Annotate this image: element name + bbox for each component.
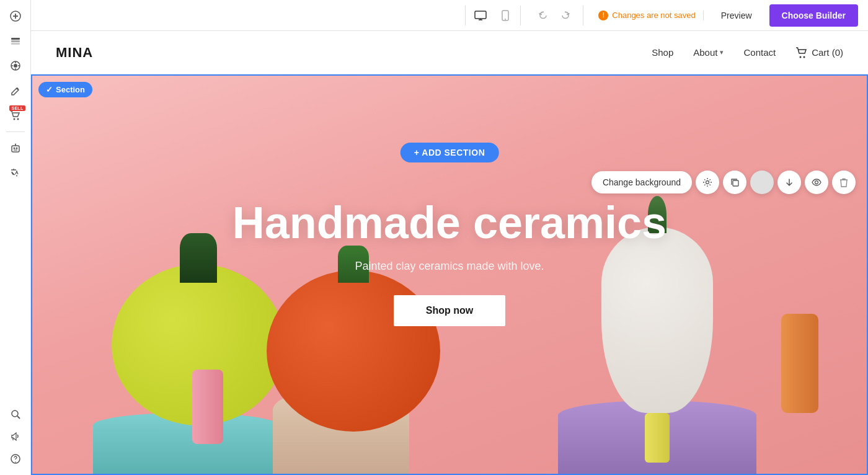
section-label: Section: [56, 85, 85, 94]
cart-nav-item[interactable]: Cart (0): [795, 47, 843, 58]
hero-title: Handmade ceramics: [232, 198, 666, 247]
nav-shop[interactable]: Shop: [652, 47, 673, 58]
hero-content: Handmade ceramics Painted clay ceramics …: [31, 74, 868, 475]
robot-icon[interactable]: [4, 137, 27, 159]
visibility-icon: [812, 179, 822, 186]
check-icon: ✓: [46, 85, 53, 94]
section-indicator-badge[interactable]: ✓ Section: [38, 82, 92, 97]
add-section-button[interactable]: + ADD SECTION: [401, 143, 499, 162]
section-toolbar: Change background: [591, 171, 856, 194]
delete-icon: [839, 178, 848, 187]
svg-rect-3: [11, 38, 20, 40]
add-section-label: + ADD SECTION: [414, 148, 485, 158]
sidebar-divider: [6, 131, 25, 132]
hero-cta-button[interactable]: Shop now: [394, 295, 505, 326]
site-nav: Shop About ▾ Contact Cart (0): [652, 47, 843, 58]
choose-builder-button[interactable]: Choose Builder: [769, 4, 858, 27]
site-navbar: MINA Shop About ▾ Contact: [31, 31, 868, 74]
sidebar-bottom-group: [4, 403, 27, 470]
svg-rect-25: [475, 11, 486, 19]
duplicate-icon: [730, 178, 740, 187]
cart-icon: [795, 47, 808, 58]
duplicate-action-button[interactable]: [723, 171, 746, 194]
help-icon[interactable]: [4, 448, 27, 470]
svg-point-24: [15, 461, 16, 463]
color-action-button[interactable]: [750, 171, 774, 194]
svg-point-13: [17, 118, 19, 120]
settings-action-button[interactable]: [696, 171, 719, 194]
main-area: ! Changes are not saved Preview Choose B…: [31, 0, 868, 475]
theme-icon[interactable]: [4, 55, 27, 77]
svg-point-30: [800, 56, 802, 58]
unsaved-warning: ! Changes are not saved: [591, 11, 703, 20]
mobile-icon[interactable]: [495, 6, 515, 25]
delete-action-button[interactable]: [832, 171, 856, 194]
undo-redo-group: [533, 6, 583, 25]
visibility-action-button[interactable]: [805, 171, 828, 194]
svg-point-20: [12, 411, 18, 417]
edit-icon[interactable]: [4, 79, 27, 102]
translate-icon[interactable]: [4, 162, 27, 184]
svg-point-34: [815, 181, 818, 184]
svg-point-29: [505, 19, 506, 20]
add-icon[interactable]: [4, 5, 27, 27]
cart-label: Cart (0): [812, 47, 843, 58]
sell-icon[interactable]: SELL: [4, 104, 27, 127]
settings-icon: [702, 177, 712, 187]
svg-rect-33: [733, 180, 738, 186]
hero-section-wrapper: ✓ Section + ADD SECTION Change backgroun…: [31, 74, 868, 475]
change-background-button[interactable]: Change background: [591, 171, 692, 193]
sell-badge-label: SELL: [9, 105, 25, 111]
svg-point-15: [13, 148, 15, 149]
svg-point-12: [13, 118, 15, 120]
editor-area: MINA Shop About ▾ Contact: [31, 31, 868, 475]
svg-rect-4: [11, 40, 20, 42]
svg-point-31: [804, 56, 805, 58]
desktop-icon[interactable]: [471, 6, 490, 25]
hero-section: Handmade ceramics Painted clay ceramics …: [31, 74, 868, 475]
redo-button[interactable]: [556, 6, 575, 25]
move-down-action-button[interactable]: [777, 171, 801, 194]
unsaved-text: Changes are not saved: [612, 11, 695, 20]
layers-icon[interactable]: [4, 30, 27, 52]
warning-icon: !: [598, 11, 608, 20]
nav-contact[interactable]: Contact: [743, 47, 776, 58]
search-icon[interactable]: [4, 403, 27, 425]
left-sidebar: SELL: [0, 0, 31, 475]
svg-rect-14: [12, 146, 19, 152]
undo-button[interactable]: [533, 6, 553, 25]
nav-about[interactable]: About ▾: [693, 47, 724, 58]
svg-point-19: [15, 144, 16, 145]
move-down-icon: [785, 178, 794, 187]
site-logo: MINA: [56, 45, 652, 61]
svg-point-32: [706, 181, 709, 184]
svg-point-16: [16, 148, 17, 149]
top-toolbar: ! Changes are not saved Preview Choose B…: [31, 0, 868, 31]
svg-line-21: [17, 416, 20, 419]
svg-rect-5: [11, 43, 20, 45]
hero-subtitle: Painted clay ceramics made with love.: [355, 260, 544, 273]
about-chevron-icon: ▾: [720, 48, 724, 56]
preview-button[interactable]: Preview: [711, 6, 762, 25]
svg-point-7: [14, 64, 17, 68]
device-switcher: [465, 6, 521, 25]
marketing-icon[interactable]: [4, 425, 27, 448]
